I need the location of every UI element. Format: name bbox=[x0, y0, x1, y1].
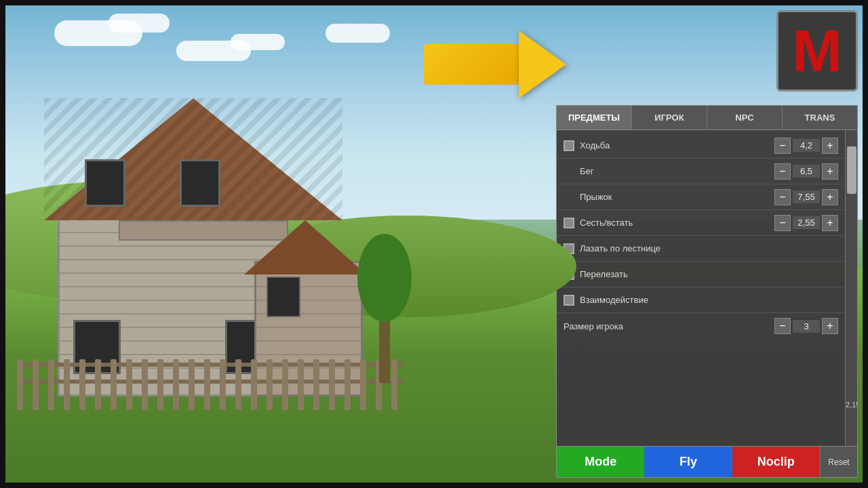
setting-row-climb-stairs: Лазать по лестнице bbox=[557, 236, 845, 262]
arrow-graphic bbox=[424, 30, 566, 98]
checkbox-interact[interactable] bbox=[564, 295, 574, 306]
setting-row-jump: Прыжок − 7,55 + bbox=[557, 184, 845, 210]
checkbox-sit[interactable] bbox=[564, 218, 574, 228]
cloud-4 bbox=[231, 34, 285, 50]
value-running: 6,5 bbox=[793, 165, 820, 178]
ext-roof bbox=[244, 220, 366, 274]
m-logo: M bbox=[776, 10, 858, 92]
minus-player-size[interactable]: − bbox=[774, 318, 791, 334]
plus-player-size[interactable]: + bbox=[822, 318, 838, 334]
value-jump: 7,55 bbox=[793, 190, 820, 203]
arrow-container bbox=[400, 20, 590, 108]
tab-predmety[interactable]: ПРЕДМЕТЫ bbox=[557, 106, 632, 129]
minus-sit[interactable]: − bbox=[774, 215, 791, 231]
label-climb-over: Перелезать bbox=[580, 269, 838, 279]
ui-panel: ПРЕДМЕТЫ ИГРОК NPC TRANS Ходьба − 4,2 + … bbox=[556, 105, 858, 478]
value-player-size: 3 bbox=[793, 320, 820, 333]
value-sit: 2,55 bbox=[793, 216, 820, 229]
label-sit: Сесть/встать bbox=[580, 218, 774, 228]
scroll-thumb[interactable] bbox=[847, 146, 856, 194]
window-upper-left bbox=[85, 159, 125, 207]
bottom-buttons: Mode Fly Noclip Reset bbox=[557, 446, 857, 477]
setting-row-interact: Взаимодействие bbox=[557, 287, 845, 313]
settings-list: Ходьба − 4,2 + Бег − 6,5 + Прыжок − 7,55 bbox=[557, 130, 845, 446]
tree bbox=[379, 302, 390, 383]
label-walking: Ходьба bbox=[580, 140, 774, 150]
reset-button[interactable]: Reset bbox=[820, 447, 857, 477]
background-scene: M ПРЕДМЕТЫ ИГРОК NPC TRANS Ходьба − 4,2 … bbox=[0, 0, 868, 488]
fly-button[interactable]: Fly bbox=[644, 447, 732, 477]
scroll-value: 2,15 bbox=[846, 401, 857, 409]
setting-row-climb-over: Перелезать bbox=[557, 262, 845, 287]
minus-walking[interactable]: − bbox=[774, 138, 791, 154]
label-running: Бег bbox=[580, 166, 774, 176]
label-player-size: Размер игрока bbox=[564, 321, 774, 331]
setting-row-running: Бег − 6,5 + bbox=[557, 159, 845, 184]
label-climb-stairs: Лазать по лестнице bbox=[580, 243, 838, 253]
checkbox-walking[interactable] bbox=[564, 140, 574, 151]
value-walking: 4,2 bbox=[793, 139, 820, 152]
mode-button[interactable]: Mode bbox=[557, 447, 644, 477]
m-letter: M bbox=[792, 21, 842, 81]
plus-jump[interactable]: + bbox=[822, 189, 838, 205]
plus-sit[interactable]: + bbox=[822, 215, 838, 231]
tab-npc[interactable]: NPC bbox=[707, 106, 783, 129]
cloud-5 bbox=[326, 24, 390, 43]
house-art bbox=[17, 105, 403, 451]
minus-running[interactable]: − bbox=[774, 163, 791, 180]
tab-trans[interactable]: TRANS bbox=[783, 106, 857, 129]
plus-walking[interactable]: + bbox=[822, 138, 838, 154]
label-interact: Взаимодействие bbox=[580, 295, 838, 305]
setting-row-walking: Ходьба − 4,2 + bbox=[557, 133, 845, 159]
setting-row-sit: Сесть/встать − 2,55 + bbox=[557, 210, 845, 236]
minus-jump[interactable]: − bbox=[774, 189, 791, 205]
label-jump: Прыжок bbox=[580, 192, 774, 202]
fence-row bbox=[17, 349, 403, 410]
scrollbar[interactable]: 2,15 bbox=[845, 130, 857, 446]
noclip-button[interactable]: Noclip bbox=[732, 447, 820, 477]
window-upper-right bbox=[180, 159, 220, 207]
content-area: Ходьба − 4,2 + Бег − 6,5 + Прыжок − 7,55 bbox=[557, 130, 857, 446]
cloud-2 bbox=[108, 14, 170, 33]
setting-row-player-size: Размер игрока − 3 + bbox=[557, 313, 845, 339]
tabs-row: ПРЕДМЕТЫ ИГРОК NPC TRANS bbox=[557, 106, 857, 130]
plus-running[interactable]: + bbox=[822, 163, 838, 180]
tab-igrok[interactable]: ИГРОК bbox=[632, 106, 707, 129]
